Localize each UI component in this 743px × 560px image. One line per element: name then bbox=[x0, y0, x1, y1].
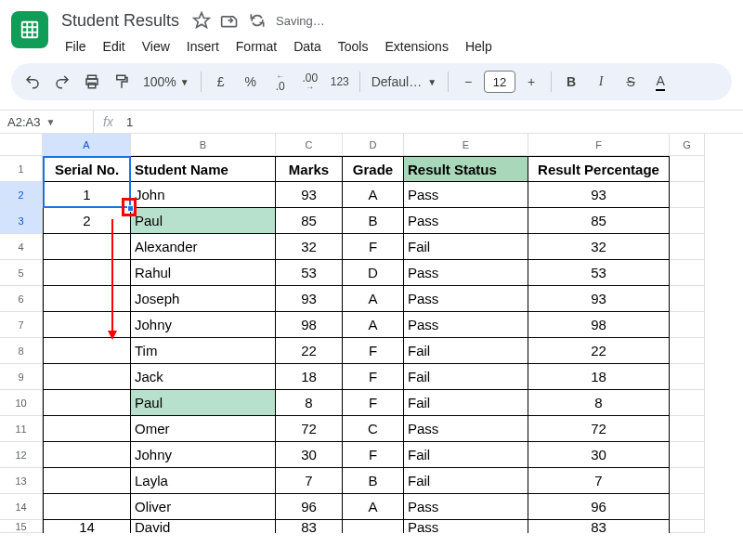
cell[interactable]: 30 bbox=[528, 442, 670, 468]
col-header-B[interactable]: B bbox=[131, 134, 276, 156]
text-color-button[interactable]: A bbox=[646, 68, 674, 96]
cell[interactable]: B bbox=[343, 468, 404, 494]
cell[interactable] bbox=[43, 390, 131, 416]
col-header-C[interactable]: C bbox=[276, 134, 343, 156]
name-box[interactable]: A2:A3 ▼ bbox=[0, 115, 93, 129]
col-header-E[interactable]: E bbox=[404, 134, 528, 156]
row-header-8[interactable]: 8 bbox=[0, 338, 43, 364]
cell[interactable]: Joseph bbox=[131, 286, 276, 312]
cell[interactable]: 98 bbox=[276, 312, 343, 338]
row-header-3[interactable]: 3 bbox=[0, 208, 43, 234]
cell[interactable]: Fail bbox=[404, 364, 528, 390]
cell[interactable]: 96 bbox=[276, 494, 343, 520]
cell[interactable]: 14 bbox=[43, 520, 131, 533]
cloud-status-icon[interactable] bbox=[248, 11, 267, 30]
cell[interactable] bbox=[670, 234, 705, 260]
cell[interactable]: Tim bbox=[131, 338, 276, 364]
cell[interactable]: Omer bbox=[131, 416, 276, 442]
cell[interactable] bbox=[670, 208, 705, 234]
row-header-13[interactable]: 13 bbox=[0, 468, 43, 494]
cell[interactable]: Student Name bbox=[131, 156, 276, 182]
sheets-logo[interactable] bbox=[11, 11, 48, 48]
cell[interactable]: Marks bbox=[276, 156, 343, 182]
cell[interactable] bbox=[43, 338, 131, 364]
cell[interactable]: David bbox=[131, 520, 276, 533]
cell[interactable]: Rahul bbox=[131, 260, 276, 286]
cell[interactable]: 8 bbox=[276, 390, 343, 416]
zoom-dropdown[interactable]: 100%▼ bbox=[137, 74, 195, 89]
doc-title[interactable]: Student Results bbox=[58, 9, 183, 33]
decrease-decimals-button[interactable]: ←.0 bbox=[267, 68, 294, 96]
row-header-15[interactable]: 15 bbox=[0, 520, 43, 533]
cell[interactable]: Alexander bbox=[131, 234, 276, 260]
cell[interactable]: A bbox=[343, 494, 404, 520]
font-size-input[interactable]: 12 bbox=[484, 71, 515, 93]
cell[interactable] bbox=[43, 312, 131, 338]
cell[interactable]: Fail bbox=[404, 338, 528, 364]
cell[interactable]: Oliver bbox=[131, 494, 276, 520]
cell[interactable] bbox=[670, 182, 705, 208]
cell[interactable] bbox=[670, 312, 705, 338]
cell[interactable] bbox=[43, 364, 131, 390]
cell[interactable] bbox=[43, 494, 131, 520]
cell[interactable]: Pass bbox=[404, 208, 528, 234]
cell[interactable]: 85 bbox=[276, 208, 343, 234]
menu-format[interactable]: Format bbox=[228, 35, 284, 58]
bold-button[interactable]: B bbox=[557, 68, 585, 96]
cell[interactable]: 1 bbox=[43, 182, 131, 208]
row-header-5[interactable]: 5 bbox=[0, 260, 43, 286]
cell[interactable]: 7 bbox=[528, 468, 670, 494]
row-header-12[interactable]: 12 bbox=[0, 442, 43, 468]
cell[interactable]: A bbox=[343, 286, 404, 312]
increase-font-button[interactable]: + bbox=[517, 68, 545, 96]
more-formats-button[interactable]: 123 bbox=[326, 68, 354, 96]
row-header-1[interactable]: 1 bbox=[0, 156, 43, 182]
row-header-10[interactable]: 10 bbox=[0, 390, 43, 416]
col-header-F[interactable]: F bbox=[528, 134, 670, 156]
cell[interactable]: 53 bbox=[528, 260, 670, 286]
select-all-corner[interactable] bbox=[0, 134, 43, 156]
cell[interactable] bbox=[670, 364, 705, 390]
cell[interactable]: 72 bbox=[276, 416, 343, 442]
cell[interactable]: Fail bbox=[404, 234, 528, 260]
star-icon[interactable] bbox=[192, 11, 211, 30]
move-icon[interactable] bbox=[220, 11, 239, 30]
cell[interactable] bbox=[670, 390, 705, 416]
cell[interactable]: B bbox=[343, 208, 404, 234]
row-header-14[interactable]: 14 bbox=[0, 494, 43, 520]
menu-data[interactable]: Data bbox=[286, 35, 329, 58]
strikethrough-button[interactable]: S bbox=[617, 68, 645, 96]
cell[interactable]: Jack bbox=[131, 364, 276, 390]
cell[interactable]: F bbox=[343, 442, 404, 468]
col-header-A[interactable]: A bbox=[43, 134, 131, 156]
menu-edit[interactable]: Edit bbox=[96, 35, 133, 58]
percent-button[interactable]: % bbox=[237, 68, 265, 96]
cell[interactable] bbox=[43, 234, 131, 260]
cell[interactable] bbox=[670, 156, 705, 182]
cell[interactable]: F bbox=[343, 234, 404, 260]
cell[interactable] bbox=[43, 286, 131, 312]
col-header-D[interactable]: D bbox=[343, 134, 404, 156]
cell[interactable]: A bbox=[343, 182, 404, 208]
cell[interactable]: Pass bbox=[404, 494, 528, 520]
cell[interactable]: Grade bbox=[343, 156, 404, 182]
cell[interactable]: F bbox=[343, 390, 404, 416]
menu-tools[interactable]: Tools bbox=[331, 35, 376, 58]
cell[interactable] bbox=[343, 520, 404, 533]
redo-button[interactable] bbox=[48, 68, 76, 96]
italic-button[interactable]: I bbox=[587, 68, 615, 96]
cell[interactable]: 2 bbox=[43, 208, 131, 234]
cell[interactable]: Result Status bbox=[404, 156, 528, 182]
cell[interactable]: Pass bbox=[404, 312, 528, 338]
cell[interactable]: Pass bbox=[404, 260, 528, 286]
cell[interactable]: 83 bbox=[528, 520, 670, 533]
cell[interactable]: 96 bbox=[528, 494, 670, 520]
cell[interactable]: 93 bbox=[528, 286, 670, 312]
cell[interactable]: Johny bbox=[131, 312, 276, 338]
cell[interactable] bbox=[670, 494, 705, 520]
row-header-7[interactable]: 7 bbox=[0, 312, 43, 338]
cell[interactable]: Paul bbox=[131, 390, 276, 416]
cell[interactable]: 22 bbox=[528, 338, 670, 364]
cell[interactable]: Pass bbox=[404, 182, 528, 208]
cell[interactable]: 53 bbox=[276, 260, 343, 286]
